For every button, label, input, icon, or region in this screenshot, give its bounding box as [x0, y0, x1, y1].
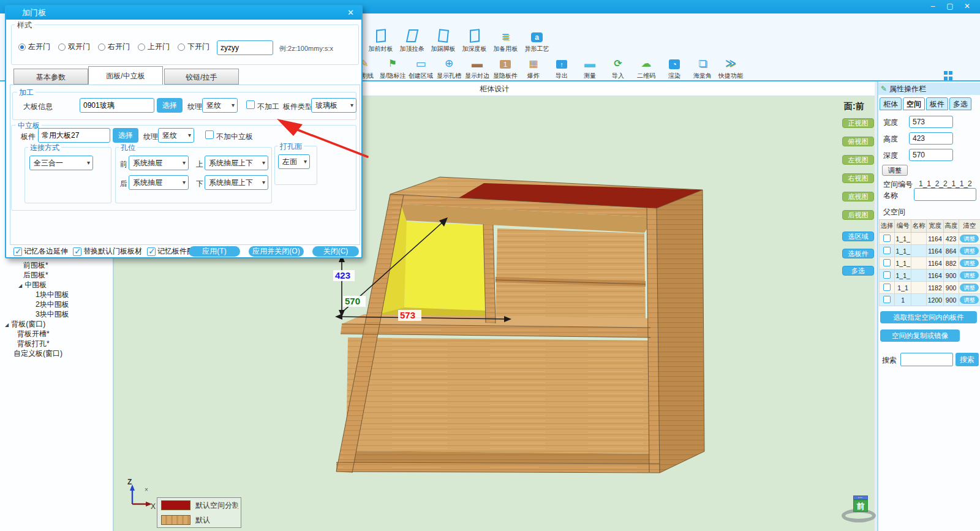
hole-back-dropdown[interactable]: 系统抽屉: [129, 175, 189, 190]
radio-icon[interactable]: [98, 43, 105, 51]
view-button[interactable]: 底视图: [842, 192, 874, 201]
tree-item[interactable]: 3块中围板: [0, 309, 110, 319]
view-button[interactable]: 左视图: [842, 155, 874, 165]
board-info-input[interactable]: [80, 98, 154, 113]
row-checkbox[interactable]: [883, 259, 891, 266]
tree-expander-icon[interactable]: ◢: [5, 322, 9, 328]
table-row[interactable]: 1_1_ 1164 882 调整: [880, 257, 980, 269]
radio-icon[interactable]: [138, 43, 145, 51]
toolbar-button[interactable]: 加深度板: [459, 29, 490, 53]
maximize-button[interactable]: ▢: [943, 2, 957, 11]
row-checkbox[interactable]: [883, 235, 891, 242]
door-style-radio[interactable]: 左开门: [18, 42, 50, 52]
drill-face-dropdown[interactable]: 左面: [278, 154, 310, 169]
view-button[interactable]: 后视图: [842, 210, 874, 220]
field-input[interactable]: 573: [909, 116, 953, 128]
properties-tab[interactable]: 板件: [926, 97, 948, 110]
row-checkbox[interactable]: [883, 247, 891, 254]
row-adjust-button[interactable]: 调整: [960, 259, 979, 267]
footer-checkbox-item[interactable]: 记忆各边延伸: [13, 246, 68, 257]
checkbox-icon[interactable]: [147, 247, 156, 256]
tree-item[interactable]: 自定义板(窗口): [0, 348, 110, 358]
apply-button[interactable]: 应用(T): [189, 246, 240, 257]
copy-mirror-space-button[interactable]: 空间的复制或镜像: [880, 330, 960, 342]
close-button[interactable]: ✕: [960, 2, 974, 11]
select-parts-in-space-button[interactable]: 选取指定空间内的板件: [880, 311, 977, 323]
radio-icon[interactable]: [18, 43, 26, 51]
tree-item[interactable]: ◢背板(窗口): [0, 319, 110, 329]
door-style-radio[interactable]: 双开门: [58, 42, 90, 52]
radio-icon[interactable]: [58, 43, 66, 51]
select-mode-button[interactable]: 选区域: [842, 232, 874, 241]
apply-and-close-button[interactable]: 应用并关闭(O): [249, 246, 304, 257]
panel-type-dropdown[interactable]: 玻璃板: [311, 98, 356, 113]
hole-down-dropdown[interactable]: 系统抽屉上下: [205, 175, 268, 190]
table-row[interactable]: 1 1200 900 调整: [880, 294, 980, 306]
tree-item[interactable]: 背板打孔*: [0, 339, 110, 348]
no-process-checkbox[interactable]: [246, 100, 255, 109]
view-button[interactable]: 俯视图: [842, 137, 874, 146]
properties-tab[interactable]: 柜体: [880, 97, 902, 110]
tab-hinge-handle[interactable]: 铰链/拉手: [164, 69, 239, 85]
row-adjust-button[interactable]: 调整: [960, 284, 979, 292]
door-style-radio[interactable]: 上开门: [138, 42, 170, 52]
close-dialog-button[interactable]: 关闭(C): [312, 246, 359, 257]
door-style-radio[interactable]: 右开门: [98, 42, 130, 52]
row-adjust-button[interactable]: 调整: [960, 296, 979, 304]
tab-basic-params[interactable]: 基本参数: [13, 69, 88, 85]
row-checkbox[interactable]: [883, 296, 891, 303]
tab-panel-midpanel[interactable]: 面板/中立板: [88, 66, 163, 85]
footer-checkbox-item[interactable]: 替换默认门板板材: [73, 246, 142, 257]
table-row[interactable]: 1_1 1182 900 调整: [880, 282, 980, 294]
select-mode-button[interactable]: 多选: [842, 266, 874, 276]
row-adjust-button[interactable]: 调整: [960, 271, 979, 279]
toolbar-button[interactable]: 加前封板: [365, 29, 396, 53]
tree-item[interactable]: ◢中围板: [0, 280, 110, 290]
view-button[interactable]: 正视图: [842, 118, 874, 128]
table-row[interactable]: 1_1_ 1164 423 调整: [880, 233, 980, 245]
tree-item[interactable]: 前围板*: [0, 260, 110, 270]
mid-texture-dropdown[interactable]: 竖纹: [158, 128, 194, 143]
toolbar-button[interactable]: 加踢脚板: [428, 29, 459, 53]
row-checkbox[interactable]: [883, 284, 891, 291]
field-input[interactable]: 570: [909, 149, 953, 161]
door-style-radio[interactable]: 下开门: [178, 42, 209, 52]
row-adjust-button[interactable]: 调整: [960, 235, 979, 243]
connect-dropdown[interactable]: 全三合一: [29, 156, 93, 170]
dialog-close-icon[interactable]: ✕: [347, 8, 354, 17]
part-select-button[interactable]: 选择: [113, 128, 138, 143]
search-button[interactable]: 搜索: [956, 353, 979, 366]
hole-up-dropdown[interactable]: 系统抽屉上下: [205, 156, 268, 170]
table-row[interactable]: 1_1_ 1164 900 调整: [880, 269, 980, 282]
free-split-input[interactable]: [217, 40, 273, 55]
part-input[interactable]: [38, 128, 110, 143]
checkbox-icon[interactable]: [13, 247, 22, 256]
hole-front-dropdown[interactable]: 系统抽屉: [129, 156, 189, 170]
tree-item[interactable]: 后围板*: [0, 270, 110, 280]
row-checkbox[interactable]: [883, 271, 891, 279]
minimize-button[interactable]: –: [926, 2, 940, 11]
nav-cube-front-face[interactable]: 前: [853, 500, 868, 512]
table-row[interactable]: 1_1_ 1164 864 调整: [880, 245, 980, 257]
board-select-button[interactable]: 选择: [157, 98, 183, 113]
field-input[interactable]: 423: [909, 132, 953, 145]
adjust-button[interactable]: 调整: [882, 165, 908, 176]
row-adjust-button[interactable]: 调整: [960, 247, 979, 255]
tree-item[interactable]: 背板开槽*: [0, 329, 110, 339]
no-mid-panel-checkbox[interactable]: [205, 130, 214, 139]
select-mode-button[interactable]: 选板件: [842, 249, 874, 258]
tree-expander-icon[interactable]: ◢: [18, 283, 22, 288]
dialog-titlebar[interactable]: 加门板: [6, 6, 361, 20]
texture-dropdown[interactable]: 竖纹: [202, 98, 238, 113]
toolbar-button[interactable]: 加备用板: [490, 29, 521, 53]
search-input[interactable]: [900, 353, 953, 366]
checkbox-icon[interactable]: [73, 247, 81, 256]
name-input[interactable]: [914, 188, 976, 201]
ribbon-layout-grid-icon[interactable]: [944, 71, 953, 80]
tree-item[interactable]: 2块中围板: [0, 299, 110, 309]
properties-tab[interactable]: 空间: [903, 97, 925, 110]
toolbar-button[interactable]: 加顶拉条: [396, 29, 428, 53]
view-button[interactable]: 右视图: [842, 173, 874, 183]
toolbar-button[interactable]: 异形工艺: [521, 29, 552, 53]
radio-icon[interactable]: [178, 43, 185, 51]
